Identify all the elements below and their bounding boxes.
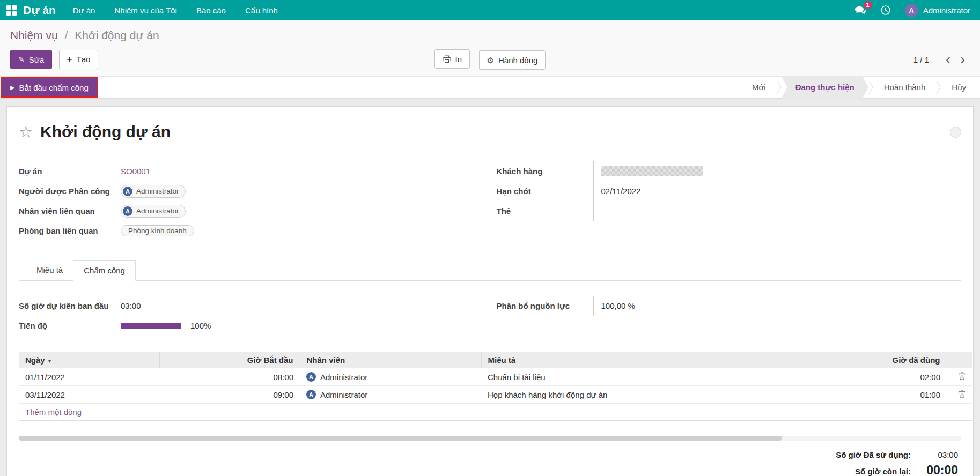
column-header-label: Ngày (25, 355, 45, 365)
apps-grid-icon[interactable] (6, 5, 17, 16)
app-name[interactable]: Dự án (23, 4, 56, 17)
cell-duration: 02:00 (800, 368, 947, 386)
user-name: Administrator (923, 6, 970, 15)
assignee-avatar: A (123, 187, 132, 196)
field-han-chot: Hạn chót 02/11/2022 (497, 181, 962, 201)
field-so-gio-du-kien: Số giờ dự kiến ban đầu 03:00 (19, 296, 484, 316)
pencil-icon: ✎ (18, 56, 25, 63)
deadline-value: 02/11/2022 (593, 181, 962, 201)
column-header-gio-bat-dau[interactable]: Giờ Bắt đầu (159, 352, 300, 368)
stage-separator-icon (868, 80, 873, 95)
create-button[interactable]: + Tạo (59, 50, 99, 69)
edit-button-label: Sửa (29, 55, 44, 64)
remaining-hours-value: 00:00 (911, 463, 958, 476)
breadcrumb-parent[interactable]: Nhiệm vụ (10, 29, 58, 41)
right-field-group: Khách hàng Hạn chót 02/11/2022 Thẻ (497, 161, 962, 241)
activities-button[interactable] (880, 5, 891, 16)
menu-cau-hinh[interactable]: Cấu hình (245, 6, 278, 15)
timesheet-row[interactable]: 03/11/2022 09:00 AAdministrator Họp khác… (19, 386, 972, 404)
message-count-badge: 1 (864, 1, 872, 9)
column-header-mieu-ta[interactable]: Miêu tả (481, 352, 800, 368)
field-groups: Dự án SO0001 Người được Phân công A Admi… (19, 161, 961, 241)
cell-start-time: 09:00 (159, 386, 300, 404)
cell-date: 01/11/2022 (19, 368, 159, 386)
stage-moi[interactable]: Mới (741, 76, 777, 99)
edit-button[interactable]: ✎ Sửa (10, 50, 52, 69)
navbar-right: 1 A Administrator (854, 4, 970, 17)
field-label: Dự án (19, 167, 121, 176)
used-hours-label: Số giờ Đã sử dụng: (836, 450, 911, 459)
summary-remaining-row: Số giờ còn lại: 00:00 (855, 463, 958, 476)
horizontal-scrollbar-thumb[interactable] (19, 436, 782, 441)
sort-desc-icon: ▾ (48, 358, 51, 364)
add-line-row: Thêm một dòng (19, 404, 972, 421)
field-label: Số giờ dự kiến ban đầu (19, 301, 121, 310)
field-nguoi-duoc-phan-cong: Người được Phân công A Administrator (19, 181, 484, 201)
add-line-link[interactable]: Thêm một dòng (25, 407, 82, 416)
create-button-label: Tạo (77, 55, 91, 64)
delete-row-icon[interactable] (959, 390, 966, 398)
pager-next-button[interactable]: › (955, 53, 970, 67)
allocation-value: 100,00 % (593, 296, 962, 316)
hours-info: Số giờ dự kiến ban đầu 03:00 Tiến độ 100… (19, 296, 961, 336)
horizontal-scrollbar-track (19, 436, 961, 441)
pager-previous-button[interactable]: ‹ (941, 53, 955, 67)
field-label: Phòng ban liên quan (19, 226, 121, 235)
top-navbar: Dự án Dự án Nhiệm vụ của Tôi Báo cáo Cấu… (0, 0, 980, 20)
field-label: Nhân viên liên quan (19, 206, 121, 215)
column-header-ngay[interactable]: Ngày▾ (19, 352, 159, 368)
sheet-background: ☆ Khởi động dự án Dự án SO0001 Người đượ… (0, 99, 980, 476)
title-row: ☆ Khởi động dự án (19, 123, 961, 141)
favorite-star-icon[interactable]: ☆ (19, 124, 33, 140)
used-hours-value: 03:00 (911, 450, 958, 459)
department-name: Phòng kinh doanh (128, 227, 187, 235)
action-buttons: In ⚙ Hành động (431, 49, 549, 70)
gear-icon: ⚙ (487, 56, 494, 64)
stage-dang-thuc-hien[interactable]: Đang thực hiện (782, 76, 868, 99)
field-label: Tiến độ (19, 321, 121, 330)
statusbar: ▶ Bắt đầu chấm công Mới Đang thực hiện H… (0, 76, 980, 99)
user-avatar: A (905, 4, 918, 17)
menu-du-an[interactable]: Dự án (73, 6, 95, 15)
action-menu-button[interactable]: ⚙ Hành động (479, 50, 546, 70)
cell-date: 03/11/2022 (19, 386, 159, 404)
breadcrumb-separator: / (65, 29, 68, 41)
plus-icon: + (67, 55, 72, 64)
stage-buttons: Mới Đang thực hiện Hoàn thành Hủy (741, 77, 977, 98)
field-phan-bo-nguon-luc: Phân bổ nguồn lực 100,00 % (497, 296, 962, 316)
kanban-state-icon[interactable] (950, 127, 961, 138)
stage-separator-icon (936, 80, 941, 95)
field-phong-ban-lien-quan: Phòng ban liên quan Phòng kinh doanh (19, 221, 484, 241)
menu-nhiem-vu-cua-toi[interactable]: Nhiệm vụ của Tôi (114, 6, 176, 15)
employee-name: Administrator (320, 373, 367, 382)
pager-value: 1 / 1 (913, 55, 929, 64)
tags-value[interactable] (593, 201, 962, 221)
start-timesheet-button[interactable]: ▶ Bắt đầu chấm công (2, 78, 97, 96)
column-header-gio-da-dung[interactable]: Giờ đã dùng (800, 352, 947, 368)
employee-name: Administrator (136, 207, 179, 215)
annotation-highlight: ▶ Bắt đầu chấm công (1, 77, 98, 98)
print-button[interactable]: In (434, 49, 470, 69)
stage-hoan-thanh[interactable]: Hoàn thành (873, 76, 937, 99)
timesheet-tab-content: Số giờ dự kiến ban đầu 03:00 Tiến độ 100… (19, 281, 961, 476)
timesheet-row[interactable]: 01/11/2022 08:00 AAdministrator Chuẩn bị… (19, 368, 972, 386)
remaining-hours-label: Số giờ còn lại: (855, 467, 911, 476)
play-icon: ▶ (10, 85, 14, 91)
assignee-name: Administrator (136, 187, 179, 195)
progress-bar-fill (121, 323, 181, 329)
tab-mieu-ta[interactable]: Miêu tả (26, 260, 73, 280)
stage-huy[interactable]: Hủy (941, 76, 977, 99)
delete-row-icon[interactable] (959, 372, 966, 380)
field-tien-do: Tiến độ 100% (19, 316, 484, 336)
column-header-nhan-vien[interactable]: Nhân viên (300, 352, 481, 368)
messages-button[interactable]: 1 (854, 6, 866, 15)
tab-cham-cong[interactable]: Chấm công (73, 260, 136, 281)
menu-bao-cao[interactable]: Báo cáo (196, 6, 226, 15)
employee-avatar: A (306, 390, 316, 399)
user-menu[interactable]: A Administrator (905, 4, 970, 17)
print-button-label: In (455, 55, 462, 64)
cell-description: Họp khách hàng khởi động dự án (481, 386, 800, 404)
project-link[interactable]: SO0001 (121, 167, 150, 176)
department-tag: Phòng kinh doanh (121, 225, 194, 236)
pager: 1 / 1 ‹ › (913, 53, 970, 67)
